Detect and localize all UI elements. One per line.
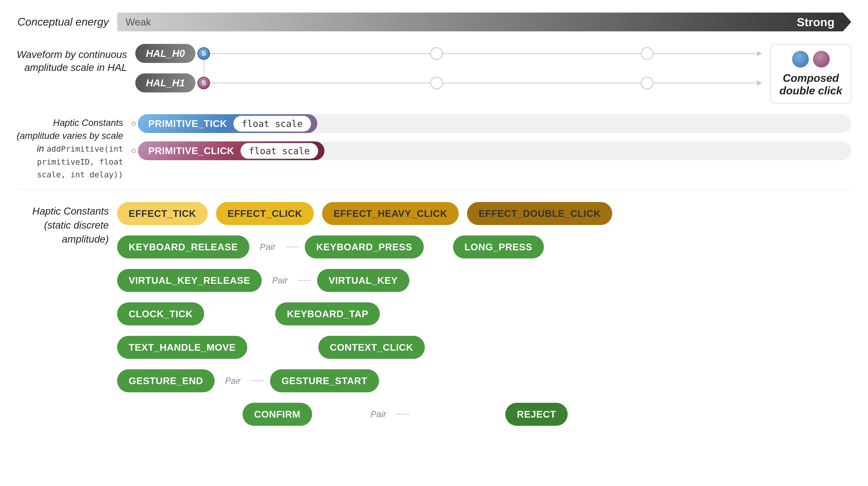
primitive-click-container: PRIMITIVE_CLICK float scale [138, 141, 851, 160]
hal-h0-start-dot: S [197, 47, 210, 60]
row-virtual-key: VIRTUAL_KEY_RELEASE Pair VIRTUAL_KEY [117, 269, 851, 292]
hal-h0-label: HAL_H0 [135, 44, 195, 63]
clock-tick-button[interactable]: CLOCK_TICK [117, 302, 204, 325]
energy-label: Conceptual energy [17, 15, 117, 29]
pair-line-2 [298, 280, 311, 281]
keyboard-release-button[interactable]: KEYBOARD_RELEASE [117, 235, 249, 258]
composed-legend: Composed double click [770, 44, 851, 104]
pair-label-2: Pair [268, 276, 292, 286]
energy-strong-label: Strong [797, 15, 835, 29]
keyboard-tap-button[interactable]: KEYBOARD_TAP [275, 302, 380, 325]
energy-bar-container: Weak Strong [117, 12, 851, 31]
row-confirm: CONFIRM Pair REJECT [117, 403, 851, 426]
hal-h1-end-circle [641, 77, 653, 89]
row-clock: CLOCK_TICK KEYBOARD_TAP [117, 302, 851, 325]
hal-h1-arrow [757, 80, 762, 86]
hal-h1-trackline [204, 83, 758, 84]
primitive-click-bar: PRIMITIVE_CLICK float scale [131, 141, 851, 160]
primitives-bars: PRIMITIVE_TICK float scale PRIMITIVE_CLI… [131, 114, 851, 160]
hal-h0-line: S [204, 45, 758, 62]
effect-heavy-click-button[interactable]: EFFECT_HEAVY_CLICK [322, 202, 459, 225]
primitives-section: Haptic Constants (amplitude varies by sc… [17, 114, 851, 190]
energy-weak-label: Weak [125, 16, 151, 28]
row-text-handle: TEXT_HANDLE_MOVE CONTEXT_CLICK [117, 336, 851, 359]
pair-label-3: Pair [221, 376, 245, 386]
waveform-section: Waveform by continuousamplitude scale in… [17, 44, 851, 104]
primitives-label: Haptic Constants (amplitude varies by sc… [17, 114, 131, 181]
effect-tick-button[interactable]: EFFECT_TICK [117, 202, 208, 225]
energy-section: Conceptual energy Weak Strong [17, 12, 851, 31]
pair-line-1 [286, 247, 299, 247]
hal-h1-mid-circle [430, 77, 443, 89]
hal-h0-trackline [204, 53, 758, 54]
primitive-tick-param: float scale [234, 116, 311, 132]
text-handle-move-button[interactable]: TEXT_HANDLE_MOVE [117, 336, 247, 359]
confirm-button[interactable]: CONFIRM [243, 403, 312, 426]
primitive-tick-name: PRIMITIVE_TICK [144, 118, 231, 129]
primitive-click-indicator [131, 149, 136, 153]
reject-button[interactable]: REJECT [505, 403, 567, 426]
hal-h1-start-dot: S [197, 77, 210, 89]
primitive-click-pill: PRIMITIVE_CLICK float scale [138, 141, 324, 160]
hal-h0-end-circle [641, 47, 653, 60]
pair-label-4: Pair [367, 409, 391, 419]
composed-dot-blue [792, 51, 809, 68]
hal-h0-track: HAL_H0 S [135, 44, 758, 63]
effect-click-button[interactable]: EFFECT_CLICK [216, 202, 314, 225]
gesture-start-button[interactable]: GESTURE_START [270, 369, 379, 392]
hal-h0-arrow [757, 51, 762, 57]
energy-bar: Weak Strong [117, 12, 851, 31]
effects-row: EFFECT_TICK EFFECT_CLICK EFFECT_HEAVY_CL… [117, 202, 851, 225]
hal-h1-track: HAL_H1 S [135, 73, 758, 92]
primitive-click-name: PRIMITIVE_CLICK [144, 145, 239, 156]
hal-h1-line: S [204, 75, 758, 91]
virtual-key-release-button[interactable]: VIRTUAL_KEY_RELEASE [117, 269, 262, 292]
row-keyboard: KEYBOARD_RELEASE Pair KEYBOARD_PRESS LON… [117, 235, 851, 258]
long-press-button[interactable]: LONG_PRESS [453, 235, 544, 258]
primitive-tick-container: PRIMITIVE_TICK float scale [138, 114, 851, 133]
effect-double-click-button[interactable]: EFFECT_DOUBLE_CLICK [467, 202, 612, 225]
primitive-click-param: float scale [241, 143, 318, 159]
waveform-label: Waveform by continuousamplitude scale in… [17, 44, 135, 74]
keyboard-press-button[interactable]: KEYBOARD_PRESS [305, 235, 424, 258]
composed-text: Composed double click [779, 72, 842, 97]
constants-grid: EFFECT_TICK EFFECT_CLICK EFFECT_HEAVY_CL… [117, 202, 851, 426]
composed-dot-pink [813, 51, 830, 68]
constants-section: Haptic Constants (static discrete amplit… [17, 202, 851, 426]
primitive-tick-indicator [131, 122, 136, 126]
context-click-button[interactable]: CONTEXT_CLICK [318, 336, 425, 359]
gesture-end-button[interactable]: GESTURE_END [117, 369, 215, 392]
pair-label-1: Pair [256, 242, 280, 252]
primitive-tick-pill: PRIMITIVE_TICK float scale [138, 114, 317, 133]
primitive-tick-bar: PRIMITIVE_TICK float scale [131, 114, 851, 133]
constants-label: Haptic Constants (static discrete amplit… [17, 202, 117, 246]
pair-line-3 [251, 380, 264, 381]
virtual-key-button[interactable]: VIRTUAL_KEY [317, 269, 409, 292]
hal-h1-label: HAL_H1 [135, 73, 195, 92]
hal-h0-mid-circle [430, 47, 443, 60]
row-gesture: GESTURE_END Pair GESTURE_START [117, 369, 851, 392]
page-container: Conceptual energy Weak Strong Waveform b… [0, 0, 868, 486]
composed-dots [792, 51, 830, 68]
pair-line-4 [397, 414, 409, 415]
